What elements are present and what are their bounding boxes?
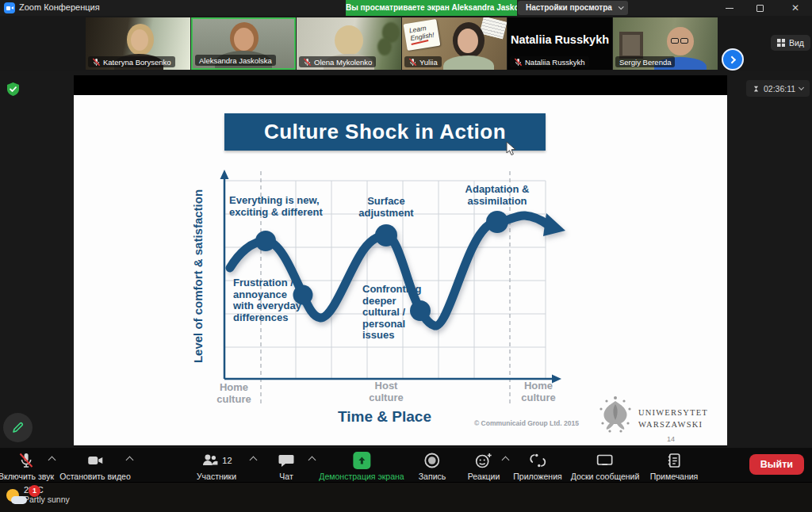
- timer-value: 02:36:11: [764, 84, 795, 94]
- chat-button[interactable]: Чат: [278, 452, 295, 481]
- video-camera-icon: [86, 452, 105, 469]
- unmute-label: Включить звук: [0, 472, 54, 481]
- hourglass-icon: [753, 84, 760, 94]
- view-settings-button[interactable]: Настройки просмотра: [518, 1, 628, 15]
- reactions-button[interactable]: Реакции: [468, 452, 500, 481]
- title-bar: Zoom Конференция Вы просматриваете экран…: [0, 0, 812, 16]
- video-tile-sergiy[interactable]: Sergiy Berenda: [613, 17, 718, 70]
- copyright-note: © Communicaid Group Ltd. 2015: [474, 419, 579, 427]
- share-screen-icon: [353, 452, 370, 469]
- share-screen-button[interactable]: Демонстрация экрана: [319, 452, 404, 481]
- notes-button[interactable]: Примечания: [650, 452, 699, 481]
- participant-name-plate: Olena Mykolenko: [299, 56, 376, 67]
- participants-icon: [201, 452, 220, 469]
- meeting-toolbar: Включить звук Остановить видео: [0, 448, 812, 482]
- stage-frustration-label: Frustration / annoyance with everyday di…: [233, 277, 301, 323]
- participant-name-plate: Aleksandra Jaskolska: [195, 55, 276, 66]
- plant: [377, 38, 392, 55]
- zoom-meeting-window: Zoom Конференция Вы просматриваете экран…: [0, 0, 812, 512]
- y-axis-label: Level of comfort & satisfaction: [191, 166, 205, 388]
- logo-line: WARSZAWSKI: [638, 418, 708, 430]
- muted-mic-icon: [408, 58, 417, 67]
- viewing-screen-banner: Вы просматриваете экран Aleksandra Jasko…: [346, 0, 517, 16]
- chat-bubble-icon: [278, 452, 295, 469]
- muted-mic-icon: [17, 452, 35, 469]
- stage-confronting-label: Confronting deeper cultural / personal i…: [362, 284, 421, 342]
- zoom-app-icon: [4, 2, 15, 13]
- stage-adaptation-label: Adaptation & assimilation: [445, 184, 550, 207]
- avatar: [458, 29, 478, 53]
- apps-label: Приложения: [513, 472, 561, 481]
- participant-name-plate: Kateryna Borysenko: [88, 56, 175, 67]
- slide-culture-shock: Culture Shock in Action: [74, 95, 727, 445]
- leave-meeting-button[interactable]: Выйти: [749, 454, 804, 475]
- participant-video-strip: Kateryna Borysenko Aleksandra Jaskolska: [0, 16, 812, 71]
- notification-badge: 1: [29, 485, 40, 497]
- stage-surface-label: Surface adjustment: [339, 196, 434, 219]
- participant-name-plate: Yuliia: [404, 56, 442, 67]
- view-settings-label: Настройки просмотра: [526, 3, 612, 12]
- mouse-cursor: [506, 141, 517, 157]
- whiteboard-icon: [596, 452, 615, 469]
- participants-label: Участники: [197, 472, 236, 481]
- apps-button[interactable]: Приложения: [513, 452, 561, 481]
- apps-icon: [529, 452, 546, 469]
- reactions-options-chevron[interactable]: [502, 457, 510, 464]
- university-logo-text: UNIWERSYTET WARSZAWSKI: [638, 407, 708, 430]
- avatar: [131, 29, 148, 51]
- meeting-timer[interactable]: 02:36:11: [746, 80, 810, 97]
- encryption-shield-icon[interactable]: [6, 82, 21, 97]
- reactions-label: Реакции: [468, 472, 500, 481]
- record-icon: [423, 452, 441, 469]
- participant-name: Kateryna Borysenko: [103, 58, 171, 67]
- participant-name: Yuliia: [419, 58, 438, 67]
- whiteboards-button[interactable]: Доски сообщений: [571, 452, 640, 481]
- windows-taskbar: 1 29°C Partly sunny PRE: [0, 482, 812, 512]
- notes-icon: [665, 452, 683, 469]
- weather-widget[interactable]: 1 29°C Partly sunny: [3, 485, 70, 504]
- video-tile-olena[interactable]: Olena Mykolenko: [297, 17, 401, 70]
- pencil-icon: [11, 421, 25, 434]
- cloud-icon: [11, 496, 27, 504]
- next-participants-button[interactable]: [722, 48, 744, 71]
- muted-mic-icon: [92, 58, 101, 67]
- avatar: [443, 55, 494, 70]
- picture-frame: [619, 32, 643, 59]
- x-tick-host-culture: Host culture: [354, 380, 418, 403]
- view-button[interactable]: Вид: [771, 35, 810, 51]
- participants-count: 12: [222, 456, 232, 465]
- glasses: [671, 38, 688, 44]
- whiteboards-label: Доски сообщений: [571, 472, 640, 481]
- record-button[interactable]: Запись: [419, 452, 446, 481]
- stop-video-button[interactable]: Остановить видео: [59, 452, 130, 481]
- chat-label: Чат: [279, 472, 293, 481]
- maximize-button[interactable]: [748, 0, 772, 16]
- unmute-button[interactable]: Включить звук: [0, 452, 54, 481]
- muted-mic-icon: [514, 58, 523, 67]
- close-button[interactable]: ✕: [783, 0, 807, 16]
- stop-video-label: Остановить видео: [59, 472, 130, 481]
- minimize-button[interactable]: [718, 0, 741, 16]
- participant-name: Olena Mykolenko: [314, 58, 372, 67]
- participants-button[interactable]: 12 Участники: [197, 452, 236, 481]
- video-tile-aleksandra[interactable]: Aleksandra Jaskolska: [191, 17, 296, 70]
- stage-honeymoon-label: Everything is new, exciting & different: [229, 195, 323, 218]
- logo-line: UNIWERSYTET: [638, 407, 708, 418]
- notes-label: Примечания: [650, 472, 699, 481]
- record-label: Запись: [419, 472, 446, 481]
- avatar: [234, 28, 254, 51]
- chat-options-chevron[interactable]: [308, 457, 316, 464]
- annotate-button[interactable]: [3, 413, 33, 442]
- video-tile-nataliia[interactable]: Nataliia Russkykh Nataliia Russkykh: [508, 17, 612, 70]
- avatar: [335, 25, 363, 55]
- video-tile-kateryna[interactable]: Kateryna Borysenko: [86, 17, 190, 70]
- video-tile-yuliia[interactable]: Learn English! Yuliia: [402, 17, 507, 70]
- camera-off-name: Nataliia Russkykh: [508, 17, 612, 62]
- muted-mic-icon: [303, 58, 312, 67]
- participant-name: Nataliia Russkykh: [525, 58, 585, 67]
- participant-name: Aleksandra Jaskolska: [199, 56, 272, 65]
- participants-options-chevron[interactable]: [250, 457, 258, 464]
- participant-name-plate: Sergiy Berenda: [615, 56, 675, 67]
- gallery-view-icon: [777, 39, 785, 47]
- chevron-down-icon: [799, 85, 804, 90]
